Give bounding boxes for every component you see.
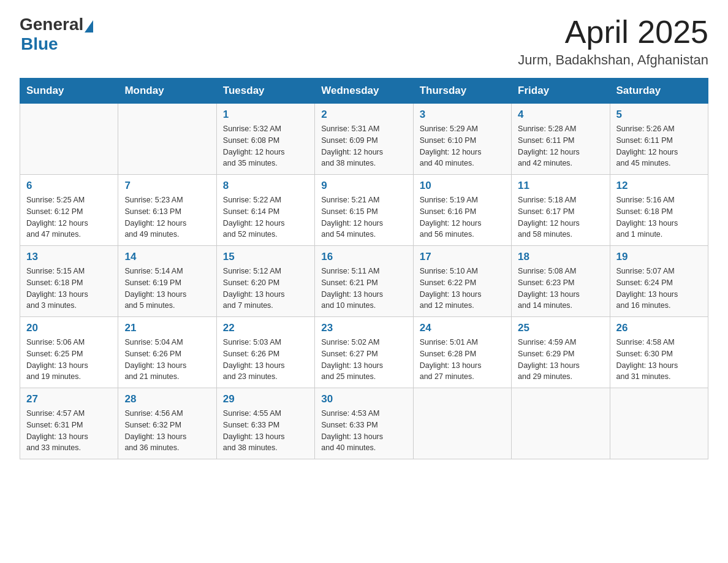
calendar-cell: 5Sunrise: 5:26 AM Sunset: 6:11 PM Daylig… — [610, 104, 708, 175]
calendar-cell: 20Sunrise: 5:06 AM Sunset: 6:25 PM Dayli… — [20, 317, 118, 388]
day-number: 23 — [321, 322, 406, 334]
calendar-week-row: 13Sunrise: 5:15 AM Sunset: 6:18 PM Dayli… — [20, 246, 708, 317]
day-info: Sunrise: 5:31 AM Sunset: 6:09 PM Dayligh… — [321, 123, 406, 169]
logo: General Blue — [20, 15, 93, 54]
day-info: Sunrise: 4:59 AM Sunset: 6:29 PM Dayligh… — [518, 337, 603, 383]
day-info: Sunrise: 5:23 AM Sunset: 6:13 PM Dayligh… — [124, 194, 210, 240]
calendar-header-saturday: Saturday — [610, 79, 708, 104]
day-number: 2 — [321, 109, 406, 121]
calendar-cell: 18Sunrise: 5:08 AM Sunset: 6:23 PM Dayli… — [512, 246, 610, 317]
calendar-cell: 23Sunrise: 5:02 AM Sunset: 6:27 PM Dayli… — [315, 317, 413, 388]
calendar-cell: 16Sunrise: 5:11 AM Sunset: 6:21 PM Dayli… — [315, 246, 413, 317]
day-info: Sunrise: 5:22 AM Sunset: 6:14 PM Dayligh… — [223, 194, 308, 240]
day-number: 18 — [518, 251, 603, 263]
calendar-header-tuesday: Tuesday — [216, 79, 314, 104]
page-header: General Blue April 2025 Jurm, Badakhshan… — [20, 15, 708, 68]
logo-blue-text: Blue — [21, 34, 58, 54]
logo-general-text: General — [20, 15, 83, 34]
day-info: Sunrise: 5:12 AM Sunset: 6:20 PM Dayligh… — [223, 266, 308, 312]
calendar-week-row: 6Sunrise: 5:25 AM Sunset: 6:12 PM Daylig… — [20, 175, 708, 246]
calendar-cell: 13Sunrise: 5:15 AM Sunset: 6:18 PM Dayli… — [20, 246, 118, 317]
day-number: 27 — [26, 393, 112, 405]
day-info: Sunrise: 5:10 AM Sunset: 6:22 PM Dayligh… — [420, 266, 505, 312]
calendar-cell: 19Sunrise: 5:07 AM Sunset: 6:24 PM Dayli… — [610, 246, 708, 317]
calendar-cell: 4Sunrise: 5:28 AM Sunset: 6:11 PM Daylig… — [512, 104, 610, 175]
calendar-week-row: 20Sunrise: 5:06 AM Sunset: 6:25 PM Dayli… — [20, 317, 708, 388]
day-info: Sunrise: 5:18 AM Sunset: 6:17 PM Dayligh… — [518, 194, 603, 240]
day-info: Sunrise: 5:02 AM Sunset: 6:27 PM Dayligh… — [321, 337, 406, 383]
day-number: 30 — [321, 393, 406, 405]
day-number: 11 — [518, 180, 603, 192]
calendar-header-thursday: Thursday — [413, 79, 511, 104]
day-number: 17 — [420, 251, 505, 263]
calendar-cell: 7Sunrise: 5:23 AM Sunset: 6:13 PM Daylig… — [118, 175, 216, 246]
day-info: Sunrise: 4:57 AM Sunset: 6:31 PM Dayligh… — [26, 408, 112, 454]
day-info: Sunrise: 5:19 AM Sunset: 6:16 PM Dayligh… — [420, 194, 505, 240]
calendar-cell — [20, 104, 118, 175]
calendar-cell: 2Sunrise: 5:31 AM Sunset: 6:09 PM Daylig… — [315, 104, 413, 175]
day-info: Sunrise: 5:14 AM Sunset: 6:19 PM Dayligh… — [124, 266, 210, 312]
day-number: 4 — [518, 109, 603, 121]
calendar-cell: 6Sunrise: 5:25 AM Sunset: 6:12 PM Daylig… — [20, 175, 118, 246]
calendar-cell: 30Sunrise: 4:53 AM Sunset: 6:33 PM Dayli… — [315, 388, 413, 459]
calendar-cell — [512, 388, 610, 459]
day-info: Sunrise: 5:21 AM Sunset: 6:15 PM Dayligh… — [321, 194, 406, 240]
day-number: 10 — [420, 180, 505, 192]
calendar-cell: 25Sunrise: 4:59 AM Sunset: 6:29 PM Dayli… — [512, 317, 610, 388]
day-number: 28 — [124, 393, 210, 405]
day-info: Sunrise: 4:53 AM Sunset: 6:33 PM Dayligh… — [321, 408, 406, 454]
title-block: April 2025 Jurm, Badakhshan, Afghanistan — [518, 15, 708, 68]
day-info: Sunrise: 4:56 AM Sunset: 6:32 PM Dayligh… — [124, 408, 210, 454]
day-info: Sunrise: 5:08 AM Sunset: 6:23 PM Dayligh… — [518, 266, 603, 312]
day-info: Sunrise: 5:11 AM Sunset: 6:21 PM Dayligh… — [321, 266, 406, 312]
day-number: 22 — [223, 322, 308, 334]
calendar-cell: 11Sunrise: 5:18 AM Sunset: 6:17 PM Dayli… — [512, 175, 610, 246]
day-info: Sunrise: 5:32 AM Sunset: 6:08 PM Dayligh… — [223, 123, 308, 169]
calendar-cell: 10Sunrise: 5:19 AM Sunset: 6:16 PM Dayli… — [413, 175, 511, 246]
calendar-header-row: SundayMondayTuesdayWednesdayThursdayFrid… — [20, 79, 708, 104]
day-info: Sunrise: 5:06 AM Sunset: 6:25 PM Dayligh… — [26, 337, 112, 383]
day-info: Sunrise: 5:15 AM Sunset: 6:18 PM Dayligh… — [26, 266, 112, 312]
day-info: Sunrise: 4:58 AM Sunset: 6:30 PM Dayligh… — [616, 337, 702, 383]
day-number: 7 — [124, 180, 210, 192]
calendar-cell: 24Sunrise: 5:01 AM Sunset: 6:28 PM Dayli… — [413, 317, 511, 388]
location-title: Jurm, Badakhshan, Afghanistan — [518, 52, 708, 68]
calendar-cell: 3Sunrise: 5:29 AM Sunset: 6:10 PM Daylig… — [413, 104, 511, 175]
calendar-week-row: 27Sunrise: 4:57 AM Sunset: 6:31 PM Dayli… — [20, 388, 708, 459]
calendar-header-sunday: Sunday — [20, 79, 118, 104]
day-info: Sunrise: 4:55 AM Sunset: 6:33 PM Dayligh… — [223, 408, 308, 454]
day-number: 13 — [26, 251, 112, 263]
calendar-header-wednesday: Wednesday — [315, 79, 413, 104]
calendar-cell: 1Sunrise: 5:32 AM Sunset: 6:08 PM Daylig… — [216, 104, 314, 175]
calendar-cell: 12Sunrise: 5:16 AM Sunset: 6:18 PM Dayli… — [610, 175, 708, 246]
day-info: Sunrise: 5:28 AM Sunset: 6:11 PM Dayligh… — [518, 123, 603, 169]
calendar-table: SundayMondayTuesdayWednesdayThursdayFrid… — [20, 78, 708, 459]
day-number: 12 — [616, 180, 702, 192]
calendar-week-row: 1Sunrise: 5:32 AM Sunset: 6:08 PM Daylig… — [20, 104, 708, 175]
calendar-cell — [118, 104, 216, 175]
day-number: 16 — [321, 251, 406, 263]
calendar-cell — [610, 388, 708, 459]
day-info: Sunrise: 5:16 AM Sunset: 6:18 PM Dayligh… — [616, 194, 702, 240]
calendar-cell: 22Sunrise: 5:03 AM Sunset: 6:26 PM Dayli… — [216, 317, 314, 388]
day-info: Sunrise: 5:26 AM Sunset: 6:11 PM Dayligh… — [616, 123, 702, 169]
day-number: 9 — [321, 180, 406, 192]
calendar-header-monday: Monday — [118, 79, 216, 104]
day-number: 26 — [616, 322, 702, 334]
day-number: 21 — [124, 322, 210, 334]
calendar-cell: 8Sunrise: 5:22 AM Sunset: 6:14 PM Daylig… — [216, 175, 314, 246]
day-info: Sunrise: 5:29 AM Sunset: 6:10 PM Dayligh… — [420, 123, 505, 169]
calendar-cell — [413, 388, 511, 459]
day-info: Sunrise: 5:01 AM Sunset: 6:28 PM Dayligh… — [420, 337, 505, 383]
day-number: 8 — [223, 180, 308, 192]
day-info: Sunrise: 5:25 AM Sunset: 6:12 PM Dayligh… — [26, 194, 112, 240]
day-info: Sunrise: 5:07 AM Sunset: 6:24 PM Dayligh… — [616, 266, 702, 312]
calendar-cell: 14Sunrise: 5:14 AM Sunset: 6:19 PM Dayli… — [118, 246, 216, 317]
day-info: Sunrise: 5:03 AM Sunset: 6:26 PM Dayligh… — [223, 337, 308, 383]
day-number: 14 — [124, 251, 210, 263]
day-number: 20 — [26, 322, 112, 334]
calendar-header-friday: Friday — [512, 79, 610, 104]
day-number: 15 — [223, 251, 308, 263]
day-number: 29 — [223, 393, 308, 405]
day-number: 24 — [420, 322, 505, 334]
